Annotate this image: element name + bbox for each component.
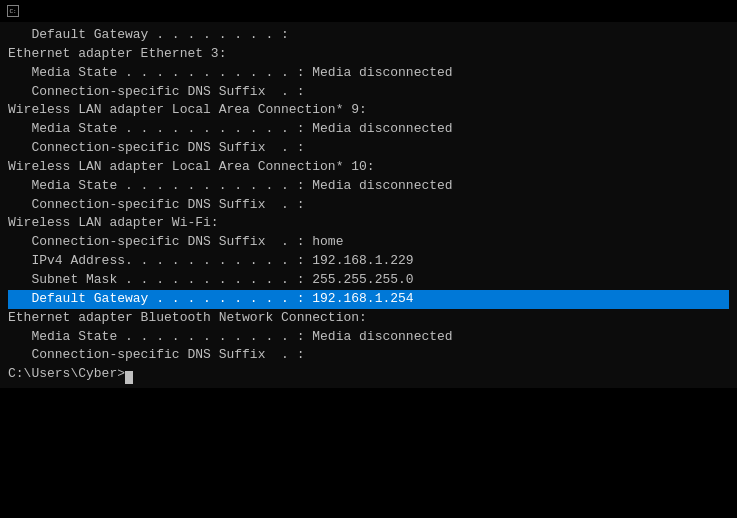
- console-line: Connection-specific DNS Suffix . :: [8, 196, 729, 215]
- console-line: Media State . . . . . . . . . . . : Medi…: [8, 328, 729, 347]
- prompt-line: C:\Users\Cyber>: [8, 365, 729, 384]
- console-line: Media State . . . . . . . . . . . : Medi…: [8, 177, 729, 196]
- console-line: Media State . . . . . . . . . . . : Medi…: [8, 64, 729, 83]
- console-line: Default Gateway . . . . . . . . . : 192.…: [8, 290, 729, 309]
- cursor: [125, 371, 133, 384]
- console-line: IPv4 Address. . . . . . . . . . . : 192.…: [8, 252, 729, 271]
- console-line: Wireless LAN adapter Wi-Fi:: [8, 214, 729, 233]
- console-line: Connection-specific DNS Suffix . :: [8, 83, 729, 102]
- console-line: Wireless LAN adapter Local Area Connecti…: [8, 101, 729, 120]
- console-line: Media State . . . . . . . . . . . : Medi…: [8, 120, 729, 139]
- console-line: Ethernet adapter Bluetooth Network Conne…: [8, 309, 729, 328]
- console-line: Connection-specific DNS Suffix . : home: [8, 233, 729, 252]
- console-line: Ethernet adapter Ethernet 3:: [8, 45, 729, 64]
- window: Default Gateway . . . . . . . . : Ethern…: [0, 0, 737, 388]
- title-bar: [0, 0, 737, 22]
- console-line: Connection-specific DNS Suffix . :: [8, 346, 729, 365]
- console-line: Subnet Mask . . . . . . . . . . . : 255.…: [8, 271, 729, 290]
- console-line: Default Gateway . . . . . . . . :: [8, 26, 729, 45]
- console-body: Default Gateway . . . . . . . . : Ethern…: [0, 22, 737, 388]
- prompt-text: C:\Users\Cyber>: [8, 366, 125, 381]
- console-line: Connection-specific DNS Suffix . :: [8, 139, 729, 158]
- cmd-icon: [6, 4, 20, 18]
- console-line: Wireless LAN adapter Local Area Connecti…: [8, 158, 729, 177]
